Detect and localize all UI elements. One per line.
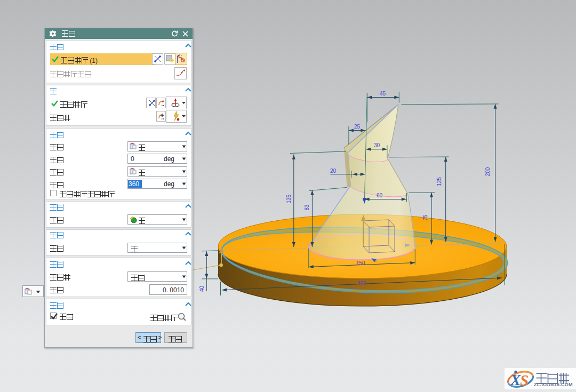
svg-text:125: 125: [436, 177, 442, 186]
svg-text:Z: Z: [374, 258, 378, 263]
svg-text:40: 40: [199, 286, 205, 292]
svg-text:60: 60: [377, 193, 383, 198]
svg-text:S: S: [520, 372, 529, 389]
svg-text:75: 75: [422, 214, 428, 221]
svg-text:45: 45: [380, 91, 386, 97]
svg-text:25: 25: [354, 124, 361, 130]
svg-text:30: 30: [374, 142, 380, 148]
svg-text:200: 200: [485, 167, 491, 176]
svg-text:150: 150: [356, 260, 365, 266]
svg-text:X: X: [510, 371, 521, 388]
svg-text:135: 135: [286, 194, 292, 203]
svg-text:83: 83: [304, 204, 310, 211]
svg-text:400: 400: [357, 281, 366, 286]
svg-text:20: 20: [330, 168, 337, 174]
